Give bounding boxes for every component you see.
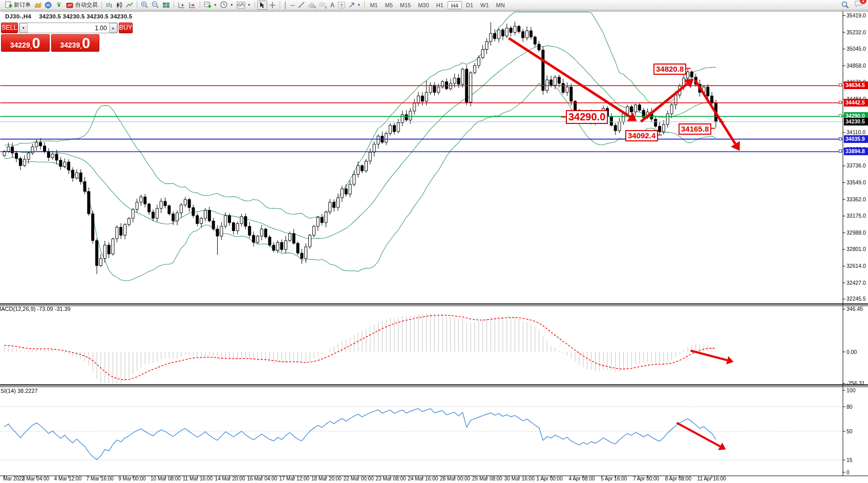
svg-text:T: T (340, 3, 343, 8)
timeframe-h1[interactable]: H1 (433, 1, 447, 9)
price-level-tag[interactable]: 34230.5 (844, 118, 868, 125)
timeframe-m1[interactable]: M1 (367, 1, 380, 9)
timeframe-m30[interactable]: M30 (415, 1, 432, 9)
crosshair-icon (269, 2, 276, 9)
price-level-handle[interactable] (839, 83, 842, 87)
signals-button[interactable] (54, 1, 65, 10)
price-axis-label: 33175.0 (846, 213, 866, 219)
new-order-button[interactable]: 新订单 (3, 1, 32, 10)
toolbar-separator (137, 1, 137, 9)
vertical-line-icon: │ (284, 1, 288, 9)
horizontal-line-button[interactable]: ─ (289, 1, 297, 10)
volume-up-button[interactable]: ▲ (109, 23, 117, 33)
time-axis-label: 22 Mar 00:00 (344, 476, 374, 481)
toolbar-separator (364, 1, 365, 9)
editor-icon (45, 2, 52, 9)
buy-price[interactable]: 34239.0 (51, 34, 100, 52)
svg-text:E: E (314, 6, 316, 9)
price-level-handle[interactable] (839, 150, 842, 153)
bar-chart-button[interactable] (104, 1, 114, 10)
price-annotation[interactable]: 34820.8 (653, 64, 686, 75)
new-chart-button[interactable]: ▼ (202, 1, 219, 10)
sell-price[interactable]: 34229.0 (1, 34, 50, 52)
price-axis-label: 32614.0 (846, 263, 866, 269)
timeframe-m15[interactable]: M15 (397, 1, 414, 9)
price-level-tag[interactable]: 34442.5 (844, 99, 868, 107)
new-order-icon (5, 1, 12, 9)
timeframe-w1[interactable]: W1 (477, 1, 492, 9)
cursor-icon (259, 2, 265, 9)
indicators-button[interactable]: ▼ (235, 1, 252, 10)
chart-shift-icon (178, 2, 185, 9)
price-annotation[interactable]: 34165.8 (679, 123, 711, 135)
line-chart-button[interactable] (124, 1, 135, 10)
text-label-icon: T (338, 2, 345, 9)
auto-scroll-button[interactable] (187, 1, 198, 10)
text-button[interactable]: A (329, 1, 336, 10)
new-chart-icon (204, 2, 211, 9)
volume-input[interactable] (28, 23, 109, 33)
arrows-button[interactable]: ▼ (347, 1, 363, 10)
zoom-out-button[interactable] (150, 1, 161, 10)
timeframe-d1[interactable]: D1 (463, 1, 476, 9)
trendline-button[interactable] (297, 1, 306, 10)
vertical-line-button[interactable]: │ (282, 1, 289, 10)
chevron-down-icon: ▼ (230, 3, 234, 7)
toolbar-separator (255, 1, 255, 9)
rsi-label: RSI(14) 38.2227 (0, 388, 38, 394)
notification-badge: 1 (860, 0, 866, 4)
price-level-tag[interactable]: 34035.9 (844, 135, 868, 143)
autotrade-label: 自动交易 (75, 1, 98, 9)
one-click-trading-widget: SELL ▼ ▲ BUY 34229.0 34239.0 (1, 23, 99, 52)
toolbar-separator (280, 1, 280, 9)
autotrade-button[interactable]: 自动交易 (65, 1, 99, 10)
timeframe-h4[interactable]: H4 (448, 1, 462, 9)
crosshair-button[interactable] (267, 1, 278, 10)
price-annotation[interactable]: 34092.4 (625, 130, 658, 141)
price-level-tag[interactable]: 34634.5 (844, 81, 868, 89)
text-label-button[interactable]: T (336, 1, 347, 10)
time-axis-label: 30 Mar 16:00 (504, 476, 535, 481)
volume-down-button[interactable]: ▼ (19, 23, 28, 33)
sell-price-frac: 0 (32, 36, 40, 50)
chevron-down-icon: ▼ (357, 3, 361, 7)
periods-button[interactable]: ▼ (219, 1, 235, 10)
horizontal-line-icon: ─ (290, 1, 295, 9)
time-axis-label: 5 Apr 16:00 (601, 476, 627, 481)
time-axis-label: 28 Mar 00:00 (440, 476, 470, 481)
line-chart-icon (126, 2, 133, 9)
notifications-button[interactable]: 1 (854, 0, 863, 10)
candle-chart-button[interactable] (114, 1, 124, 10)
rsi-axis-label: 50 (846, 428, 853, 434)
chart-canvas[interactable] (0, 11, 868, 483)
time-axis-label: 16 Mar 04:00 (247, 476, 277, 481)
price-level-handle[interactable] (839, 137, 842, 140)
fibonacci-icon: F (319, 2, 327, 9)
toolbar-separator (101, 1, 102, 9)
cursor-button[interactable] (257, 1, 267, 10)
time-axis-label: 7 Mar 16:00 (86, 476, 113, 481)
price-annotation[interactable]: 34290.0 (566, 110, 608, 124)
editor-button[interactable] (43, 1, 54, 10)
macd-label: MACD(12,26,9) -73.09 -31.39 (0, 306, 71, 312)
timeframe-mn[interactable]: MN (493, 1, 508, 9)
macd-axis-label: 0.00 (846, 349, 857, 355)
rsi-axis-label: 80 (846, 404, 853, 410)
buy-button[interactable]: BUY (119, 23, 133, 33)
sell-button[interactable]: SELL (1, 23, 18, 33)
price-level-tag[interactable]: 33894.8 (844, 148, 868, 155)
zoom-in-button[interactable] (139, 1, 150, 10)
price-axis-label: 32245.5 (846, 296, 866, 302)
price-level-handle[interactable] (839, 101, 842, 104)
buy-price-int: 34239 (60, 40, 80, 50)
search-icon[interactable] (841, 1, 849, 9)
buy-price-frac: 0 (82, 36, 90, 50)
price-level-handle[interactable] (839, 114, 842, 117)
timeframe-m5[interactable]: M5 (382, 1, 396, 9)
fibonacci-button[interactable]: F (317, 1, 329, 10)
profile-button[interactable] (32, 1, 43, 10)
auto-scroll-icon (188, 2, 196, 9)
chart-shift-button[interactable] (176, 1, 187, 10)
tile-windows-button[interactable] (161, 1, 172, 10)
equidistant-channel-button[interactable]: E (306, 1, 317, 10)
